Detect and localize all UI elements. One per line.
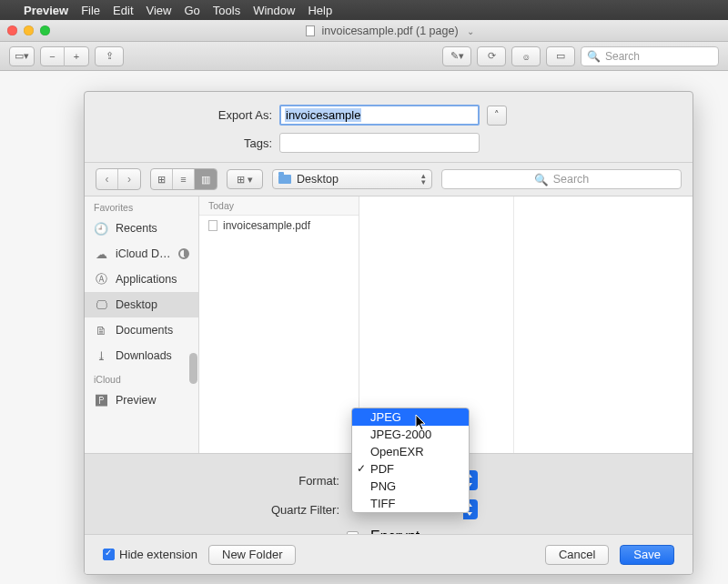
preview-toolbar: ▭▾ −+ ⇪ ✎▾ ⟳ ⌾ ▭ 🔍 Search: [0, 42, 728, 71]
desktop-icon: 🖵: [94, 298, 108, 311]
highlight-button[interactable]: ✎▾: [442, 46, 471, 66]
list-view-button[interactable]: ≡: [173, 169, 195, 189]
tags-label: Tags:: [99, 136, 272, 150]
new-folder-button[interactable]: New Folder: [208, 545, 296, 565]
column-file-list[interactable]: Today invoicesample.pdf: [199, 196, 359, 453]
sidebar-scrollbar[interactable]: [189, 200, 197, 449]
format-option-openexr[interactable]: OpenEXR: [352, 443, 469, 460]
tags-input[interactable]: [279, 133, 480, 153]
sidebar-item-recents[interactable]: 🕘 Recents: [85, 216, 198, 241]
hide-extension-label: Hide extension: [119, 548, 197, 561]
pdf-file-icon: [208, 220, 217, 231]
finder-browser-bar: ‹ › ⊞ ≡ ▥ ⊞▾ Desktop ▴▾ 🔍 Search: [85, 162, 693, 196]
column-view-button[interactable]: ▥: [195, 169, 217, 189]
menu-edit[interactable]: Edit: [113, 4, 133, 17]
sidebar-item-downloads[interactable]: ⤓ Downloads: [85, 343, 198, 368]
column-empty-2: [514, 196, 693, 453]
sidebar-item-documents[interactable]: 🗎 Documents: [85, 317, 198, 343]
close-window-button[interactable]: [7, 25, 17, 35]
rotate-button[interactable]: ⟳: [477, 46, 506, 66]
browser-search[interactable]: 🔍 Search: [441, 169, 682, 189]
markup-button[interactable]: ⌾: [511, 46, 541, 66]
column-header-today: Today: [199, 196, 359, 216]
collapse-sheet-button[interactable]: ˄: [487, 106, 507, 126]
window-titlebar[interactable]: invoicesample.pdf (1 page) ⌄: [0, 20, 728, 42]
save-button[interactable]: Save: [620, 545, 674, 565]
clock-icon: 🕘: [94, 222, 108, 235]
preview-app-icon: 🅿︎: [94, 394, 108, 407]
group-by-button[interactable]: ⊞▾: [227, 169, 263, 189]
menu-view[interactable]: View: [147, 4, 172, 17]
applications-icon: Ⓐ: [94, 273, 108, 286]
quartz-filter-label: Quartz Filter:: [99, 503, 339, 517]
title-chevron-icon[interactable]: ⌄: [467, 26, 474, 36]
popup-updown-icon: ▴▾: [421, 173, 426, 186]
sidebar-item-icloud-drive[interactable]: ☁︎ iCloud D…: [85, 241, 198, 267]
location-label: Desktop: [297, 173, 339, 186]
sidebar-item-desktop[interactable]: 🖵 Desktop: [85, 292, 198, 317]
sidebar-section-favorites: Favorites: [85, 196, 198, 216]
sidebar-item-applications[interactable]: Ⓐ Applications: [85, 267, 198, 292]
window-title: invoicesample.pdf (1 page) ⌄: [59, 25, 721, 37]
sidebar-section-icloud: iCloud: [85, 368, 198, 388]
menu-help[interactable]: Help: [308, 4, 332, 17]
menu-go[interactable]: Go: [184, 4, 199, 17]
checkmark-icon: ✓: [357, 462, 366, 475]
zoom-seg[interactable]: −+: [40, 46, 89, 66]
sidebar-view-seg[interactable]: ▭▾: [9, 46, 35, 66]
nav-forward-button[interactable]: ›: [118, 169, 140, 189]
menu-window[interactable]: Window: [253, 4, 295, 17]
format-label: Format:: [99, 474, 339, 488]
sheet-bottom-bar: Hide extension New Folder Cancel Save: [85, 534, 693, 574]
form-button[interactable]: ▭: [546, 46, 575, 66]
format-option-png[interactable]: PNG: [352, 478, 469, 495]
cloud-icon: ☁︎: [94, 247, 108, 260]
location-popup[interactable]: Desktop ▴▾: [272, 169, 432, 189]
share-button[interactable]: ⇪: [95, 46, 124, 66]
view-mode-seg[interactable]: ⊞ ≡ ▥: [150, 168, 217, 190]
export-as-label: Export As:: [99, 108, 272, 122]
toolbar-search-placeholder: Search: [605, 50, 640, 63]
minimize-window-button[interactable]: [24, 25, 34, 35]
documents-icon: 🗎: [94, 324, 108, 337]
format-option-pdf[interactable]: ✓PDF: [352, 460, 469, 478]
app-menu[interactable]: Preview: [24, 4, 68, 17]
export-as-input[interactable]: invoicesample: [279, 105, 480, 126]
menu-file[interactable]: File: [81, 4, 100, 17]
system-menubar: Preview File Edit View Go Tools Window H…: [0, 0, 728, 20]
hide-extension-checkbox[interactable]: [103, 549, 115, 560]
sync-progress-icon: [178, 248, 189, 259]
search-icon: 🔍: [534, 173, 549, 186]
nav-back-forward[interactable]: ‹ ›: [96, 168, 141, 190]
export-as-value: invoicesample: [285, 108, 361, 122]
file-item[interactable]: invoicesample.pdf: [199, 216, 359, 236]
format-option-jpeg2000[interactable]: JPEG-2000: [352, 426, 469, 443]
nav-back-button[interactable]: ‹: [96, 169, 118, 189]
search-icon: 🔍: [587, 50, 601, 63]
toolbar-search[interactable]: 🔍 Search: [581, 46, 719, 66]
browser-search-placeholder: Search: [553, 173, 590, 186]
icon-view-button[interactable]: ⊞: [151, 169, 173, 189]
pdf-doc-icon: [306, 25, 315, 36]
sidebar-item-preview[interactable]: 🅿︎ Preview: [85, 388, 198, 413]
format-option-tiff[interactable]: TIFF: [352, 495, 469, 512]
zoom-window-button[interactable]: [40, 25, 50, 35]
cancel-button[interactable]: Cancel: [545, 545, 609, 565]
window-title-text: invoicesample.pdf (1 page): [321, 25, 458, 37]
format-option-jpeg[interactable]: JPEG: [352, 408, 469, 426]
finder-sidebar[interactable]: Favorites 🕘 Recents ☁︎ iCloud D… Ⓐ Appli…: [85, 196, 199, 453]
downloads-icon: ⤓: [94, 349, 108, 362]
format-dropdown-menu[interactable]: JPEG JPEG-2000 OpenEXR ✓PDF PNG TIFF: [351, 408, 470, 513]
menu-tools[interactable]: Tools: [213, 4, 240, 17]
folder-icon: [278, 175, 291, 184]
